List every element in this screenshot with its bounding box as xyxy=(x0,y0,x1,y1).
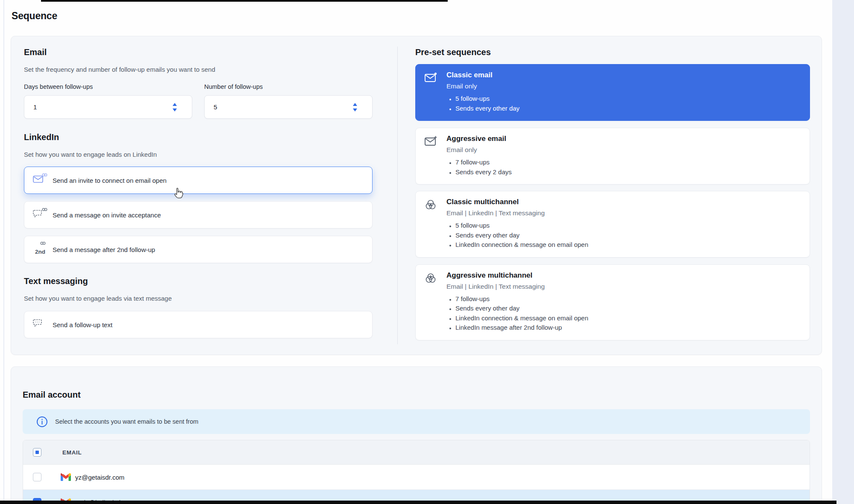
gmail-icon xyxy=(61,473,71,481)
info-banner: Select the accounts you want emails to b… xyxy=(23,409,810,434)
linkedin-option-label: Send an invite to connect on email open xyxy=(53,177,167,184)
venn-plus-icon xyxy=(424,271,438,333)
stepper-down-icon[interactable] xyxy=(173,108,177,111)
preset-bullet: LinkedIn message after 2nd follow-up xyxy=(446,323,588,333)
preset-subtitle: Email only xyxy=(446,82,519,90)
envelope-dot-icon xyxy=(424,71,438,113)
stepper-up-icon[interactable] xyxy=(173,103,177,106)
number-of-followups-input[interactable] xyxy=(204,95,373,119)
preset-classic-multichannel[interactable]: Classic multichannel Email | LinkedIn | … xyxy=(415,191,810,258)
number-of-followups-field: Number of follow-ups xyxy=(204,83,373,119)
column-divider xyxy=(397,47,398,344)
preset-bullet: Sends every other day xyxy=(446,104,519,114)
days-between-followups-field: Days between follow-ups xyxy=(24,83,192,119)
email-section-description: Set the frequency and number of follow-u… xyxy=(24,66,373,73)
preset-bullet: Sends every other day xyxy=(446,231,588,240)
venn-icon xyxy=(424,198,438,250)
preset-bullet: 5 follow-ups xyxy=(446,221,588,231)
email-account-card: Email account Select the accounts you wa… xyxy=(11,366,822,504)
right-background-strip xyxy=(832,0,854,504)
page-title: Sequence xyxy=(12,10,57,22)
table-row[interactable]: yz@getaisdr.com xyxy=(23,464,810,489)
stepper-up-icon[interactable] xyxy=(353,103,357,106)
days-between-followups-label: Days between follow-ups xyxy=(24,83,192,90)
top-edge-artifact xyxy=(41,0,448,2)
envelope-link-icon xyxy=(33,174,47,187)
select-all-checkbox[interactable] xyxy=(33,448,41,457)
followups-stepper[interactable] xyxy=(353,103,357,111)
sequence-card: Email Set the frequency and number of fo… xyxy=(11,36,822,355)
preset-title: Aggressive multichannel xyxy=(446,271,588,280)
preset-title: Aggressive email xyxy=(446,135,512,143)
days-between-followups-input[interactable] xyxy=(24,95,192,119)
sequence-settings-page: Sequence Email Set the frequency and num… xyxy=(0,0,854,504)
chat-dots-icon xyxy=(33,318,47,331)
preset-subtitle: Email | LinkedIn | Text messaging xyxy=(446,209,588,217)
channel-settings-column: Email Set the frequency and number of fo… xyxy=(24,47,373,338)
email-fields-row: Days between follow-ups Number of follow… xyxy=(24,83,373,119)
bottom-edge-artifact xyxy=(0,501,836,504)
email-accounts-table: EMAIL yz@getaisdr.com xyxy=(23,440,810,504)
preset-bullet: 7 follow-ups xyxy=(446,158,512,167)
account-email: yz@getaisdr.com xyxy=(75,474,124,481)
info-banner-text: Select the accounts you want emails to b… xyxy=(55,418,198,425)
stepper-down-icon[interactable] xyxy=(353,108,357,111)
text-option-label: Send a follow-up text xyxy=(53,321,112,328)
email-account-heading: Email account xyxy=(23,390,810,400)
linkedin-option-message-on-acceptance[interactable]: Send a message on invite acceptance xyxy=(24,201,373,229)
preset-bullet: Sends every 2 days xyxy=(446,167,512,177)
preset-aggressive-email[interactable]: Aggressive email Email only 7 follow-ups… xyxy=(415,128,810,185)
preset-title: Classic multichannel xyxy=(446,198,588,206)
preset-bullet: Sends every other day xyxy=(446,304,588,314)
preset-subtitle: Email only xyxy=(446,146,512,154)
presets-heading: Pre-set sequences xyxy=(415,47,810,57)
left-window-edge xyxy=(3,0,4,504)
preset-bullet: LinkedIn connection & message on email o… xyxy=(446,314,588,323)
preset-bullet: 5 follow-ups xyxy=(446,94,519,104)
linkedin-option-label: Send a message after 2nd follow-up xyxy=(53,246,155,253)
preset-bullet: LinkedIn connection & message on email o… xyxy=(446,240,588,250)
linkedin-section-description: Set how you want to engage leads on Link… xyxy=(24,151,373,158)
2nd-link-icon: 2nd xyxy=(33,243,47,256)
text-option-send-followup-text[interactable]: Send a follow-up text xyxy=(24,311,373,338)
preset-classic-email[interactable]: Classic email Email only 5 follow-ups Se… xyxy=(415,64,810,121)
preset-title: Classic email xyxy=(446,71,519,79)
preset-aggressive-multichannel[interactable]: Aggressive multichannel Email | LinkedIn… xyxy=(415,264,810,340)
linkedin-option-invite-on-email-open[interactable]: Send an invite to connect on email open xyxy=(24,167,373,194)
info-icon xyxy=(36,416,48,428)
table-header-row: EMAIL xyxy=(23,440,810,464)
presets-column: Pre-set sequences Classic email Email on… xyxy=(415,47,810,340)
linkedin-option-label: Send a message on invite acceptance xyxy=(53,211,161,219)
envelope-plus-icon xyxy=(424,135,438,177)
email-column-header: EMAIL xyxy=(62,449,82,456)
linkedin-section-heading: LinkedIn xyxy=(24,132,373,142)
preset-bullet: 7 follow-ups xyxy=(446,294,588,304)
days-stepper[interactable] xyxy=(173,103,177,111)
preset-subtitle: Email | LinkedIn | Text messaging xyxy=(446,283,588,290)
linkedin-option-message-after-2nd-followup[interactable]: 2nd Send a message after 2nd follow-up xyxy=(24,236,373,263)
text-messaging-section-description: Set how you want to engage leads via tex… xyxy=(24,295,373,302)
text-messaging-section-heading: Text messaging xyxy=(24,276,373,286)
row-checkbox[interactable] xyxy=(33,473,41,481)
number-of-followups-label: Number of follow-ups xyxy=(204,83,373,90)
email-section-heading: Email xyxy=(24,47,373,57)
chat-link-icon xyxy=(33,208,47,221)
